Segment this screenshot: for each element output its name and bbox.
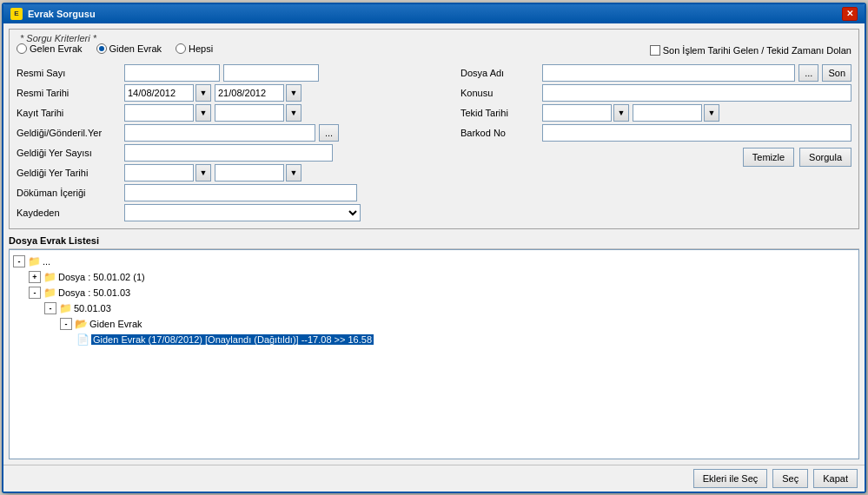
tree-text-3: 50.01.03 (74, 303, 111, 314)
radio-giden-evrak[interactable]: Giden Evrak (96, 43, 162, 54)
kayit-tarihi-row: Kayıt Tarihi ▼ ▼ (17, 104, 454, 122)
son-islem-label: Son İşlem Tarihi Gelen / Tekid Zamanı Do… (663, 45, 851, 56)
resmi-tarihi-from-input[interactable] (124, 84, 194, 102)
resmi-tarihi-to-input[interactable] (215, 84, 284, 102)
kayit-tarihi-to-input[interactable] (215, 104, 284, 122)
expand-icon-0[interactable]: - (13, 255, 25, 267)
tree-item-3[interactable]: - 📁 50.01.03 (13, 300, 855, 316)
radio-giden-circle (96, 43, 107, 54)
resmi-tarihi-to-group: ▼ (215, 84, 301, 102)
tree-text-4: Giden Evrak (89, 319, 142, 329)
geldi-yer-tarihi-row: Geldiği Yer Tarihi ▼ ▼ (17, 164, 454, 182)
son-islem-checkbox-box (650, 45, 660, 56)
dokuman-icerigi-row: Döküman İçeriği (17, 184, 454, 201)
son-islem-checkbox[interactable]: Son İşlem Tarihi Gelen / Tekid Zamanı Do… (650, 45, 851, 56)
kayit-tarihi-to-dropdown[interactable]: ▼ (286, 104, 301, 122)
tree-text-5: Giden Evrak (17/08/2012) [Onaylandı (Dağ… (91, 334, 374, 345)
dosya-adi-son[interactable]: Son (822, 64, 851, 82)
radio-gelen-label: Gelen Evrak (30, 43, 83, 54)
close-button[interactable]: ✕ (842, 7, 858, 21)
kayit-tarihi-to-group: ▼ (215, 104, 301, 122)
tekid-tarihi-from-input[interactable] (542, 104, 612, 122)
geldi-gonderil-browse[interactable]: ... (319, 124, 339, 142)
radio-hepsi-label: Hepsi (189, 43, 213, 54)
resmi-tarihi-from-group: ▼ (124, 84, 211, 102)
main-form: Resmi Sayı Resmi Tarihi ▼ (17, 64, 851, 221)
geldi-yer-sayisi-row: Geldiği Yer Sayısı (17, 144, 454, 162)
dosya-adi-row: Dosya Adı ... Son (461, 64, 851, 82)
geldi-gonderil-input[interactable] (124, 124, 315, 142)
tekid-tarihi-from-dropdown[interactable]: ▼ (613, 104, 629, 122)
barkod-no-input[interactable] (542, 124, 851, 142)
folder-icon-0: 📁 (27, 254, 41, 268)
tree-text-1: Dosya : 50.01.02 (1) (58, 272, 145, 282)
expand-icon-1[interactable]: + (29, 271, 41, 283)
ekleri-ile-sec-button[interactable]: Ekleri ile Seç (693, 469, 768, 488)
dosya-adi-browse[interactable]: ... (798, 64, 818, 82)
tree-item-1[interactable]: + 📁 Dosya : 50.01.02 (1) (13, 269, 855, 285)
tree-item-2[interactable]: - 📁 Dosya : 50.01.03 (13, 285, 855, 300)
dokuman-icerigi-input[interactable] (124, 184, 357, 201)
geldi-yer-tarihi-from-group: ▼ (124, 164, 211, 182)
expand-icon-3[interactable]: - (44, 302, 56, 314)
resmi-sayi-label: Resmi Sayı (17, 68, 121, 78)
resmi-tarihi-row: Resmi Tarihi ▼ ▼ (17, 84, 454, 102)
tree-text-0: ... (43, 256, 50, 267)
geldi-yer-tarihi-from-input[interactable] (124, 164, 194, 182)
sec-button[interactable]: Seç (772, 469, 808, 488)
geldi-yer-tarihi-from-dropdown[interactable]: ▼ (195, 164, 211, 182)
resmi-tarihi-label: Resmi Tarihi (17, 88, 121, 98)
dosya-evrak-title: Dosya Evrak Listesi (9, 233, 859, 249)
bottom-bar: Ekleri ile Seç Seç Kapat (3, 465, 865, 492)
dosya-input-row: ... Son (542, 64, 851, 82)
radio-gelen-circle (17, 43, 27, 54)
konusu-input[interactable] (542, 84, 851, 102)
expand-icon-2[interactable]: - (29, 287, 41, 299)
dosya-evrak-section: Dosya Evrak Listesi - 📁 ... + 📁 Dosya : … (9, 233, 859, 459)
resmi-sayi-input-2[interactable] (223, 64, 319, 82)
radio-gelen-evrak[interactable]: Gelen Evrak (17, 43, 83, 54)
right-form: Dosya Adı ... Son Konusu (461, 64, 851, 221)
kaydeden-select[interactable] (124, 204, 361, 221)
resmi-tarihi-to-dropdown[interactable]: ▼ (286, 84, 301, 102)
kapat-button[interactable]: Kapat (813, 469, 858, 488)
expand-icon-4[interactable]: - (60, 318, 72, 330)
geldi-yer-tarihi-to-input[interactable] (215, 164, 284, 182)
tekid-tarihi-label: Tekid Tarihi (461, 108, 539, 118)
folder-icon-3: 📁 (58, 301, 72, 315)
tree-item-5[interactable]: 📄 Giden Evrak (17/08/2012) [Onaylandı (D… (13, 332, 855, 347)
konusu-label: Konusu (461, 88, 539, 98)
geldi-yer-sayisi-input[interactable] (124, 144, 333, 162)
tree-text-2: Dosya : 50.01.03 (58, 287, 130, 298)
resmi-tarihi-from-dropdown[interactable]: ▼ (195, 84, 211, 102)
geldi-yer-tarihi-to-dropdown[interactable]: ▼ (286, 164, 301, 182)
resmi-sayi-input-1[interactable] (124, 64, 220, 82)
fieldset-legend: * Sorgu Kriterleri * (17, 33, 851, 43)
radio-giden-label: Giden Evrak (109, 43, 162, 54)
temizle-button[interactable]: Temizle (743, 148, 794, 167)
tekid-tarihi-from-group: ▼ (542, 104, 629, 122)
window-title: Evrak Sorgusu (28, 9, 96, 19)
sorgula-button[interactable]: Sorgula (799, 148, 851, 167)
kayit-tarihi-from-input[interactable] (124, 104, 194, 122)
dokuman-icerigi-label: Döküman İçeriği (17, 188, 121, 198)
geldi-yer-tarihi-to-group: ▼ (215, 164, 301, 182)
dosya-adi-input[interactable] (542, 64, 795, 82)
doc-icon-5: 📄 (76, 333, 89, 346)
sorgu-kriterleri-fieldset: * Sorgu Kriterleri * Gelen Evrak Giden E… (9, 29, 859, 229)
geldi-gonderil-label: Geldiği/Gönderil.Yer (17, 128, 121, 138)
geldi-gonderil-row: Geldiği/Gönderil.Yer ... (17, 124, 454, 142)
kayit-tarihi-from-dropdown[interactable]: ▼ (195, 104, 211, 122)
kaydeden-row: Kaydeden (17, 204, 454, 221)
tekid-tarihi-to-group: ▼ (633, 104, 719, 122)
radio-hepsi[interactable]: Hepsi (176, 43, 213, 54)
dosya-adi-label: Dosya Adı (461, 68, 539, 78)
tree-item-0[interactable]: - 📁 ... (13, 254, 855, 269)
tree-item-4[interactable]: - 📂 Giden Evrak (13, 316, 855, 332)
kayit-tarihi-from-group: ▼ (124, 104, 211, 122)
resmi-sayi-row: Resmi Sayı (17, 64, 454, 82)
konusu-row: Konusu (461, 84, 851, 102)
tree-area[interactable]: - 📁 ... + 📁 Dosya : 50.01.02 (1) - 📁 Dos… (9, 249, 859, 459)
tekid-tarihi-to-dropdown[interactable]: ▼ (704, 104, 719, 122)
tekid-tarihi-to-input[interactable] (633, 104, 702, 122)
